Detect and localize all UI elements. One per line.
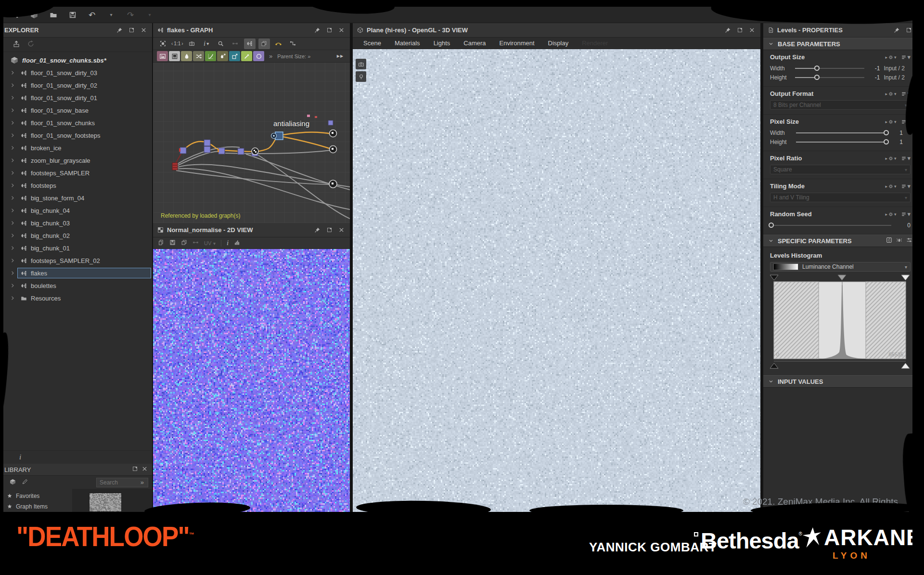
pixel-width-slider[interactable] bbox=[796, 129, 886, 137]
chevron-right-icon[interactable] bbox=[10, 208, 15, 213]
function-icon[interactable]: ▸▾ bbox=[885, 156, 896, 161]
tree-item[interactable]: floor_01_snow_base bbox=[0, 104, 152, 117]
search-button[interactable] bbox=[215, 39, 227, 49]
search-options-icon[interactable]: » bbox=[139, 479, 146, 486]
viewport-3d[interactable] bbox=[353, 49, 760, 512]
options-menu-icon[interactable]: ▾ bbox=[901, 210, 911, 218]
chevron-right-icon[interactable] bbox=[10, 258, 15, 263]
menu-item[interactable]: Materials bbox=[388, 39, 427, 47]
channel-dropdown[interactable]: Luminance Channel ▾ bbox=[770, 262, 911, 272]
info-button[interactable]: i bbox=[227, 239, 229, 247]
section-specific-parameters[interactable]: SPECIFIC PARAMETERS bbox=[763, 235, 917, 247]
pixel-height-slider[interactable] bbox=[796, 138, 886, 146]
save-image-button[interactable] bbox=[169, 239, 176, 247]
node-type-button[interactable] bbox=[193, 51, 204, 61]
chevron-right-icon[interactable] bbox=[10, 295, 15, 301]
menu-item[interactable]: Display bbox=[541, 39, 576, 47]
close-icon[interactable] bbox=[141, 466, 148, 473]
redo-history-chevron[interactable]: ▾ bbox=[143, 9, 156, 21]
tree-item[interactable]: floor_01_snow_dirty_03 bbox=[0, 66, 152, 79]
refresh-icon[interactable] bbox=[27, 40, 35, 49]
node-type-button[interactable] bbox=[205, 51, 216, 61]
histogram-fit-icon[interactable] bbox=[896, 237, 902, 245]
width-suffix[interactable]: Input / 2 bbox=[884, 65, 911, 72]
play-double-icon[interactable]: ▶▶ bbox=[334, 51, 346, 62]
selected-node-label[interactable]: antialiasing bbox=[273, 119, 309, 128]
library-thumbnail[interactable] bbox=[89, 493, 122, 512]
chevron-right-icon[interactable] bbox=[10, 132, 15, 138]
tree-item[interactable]: boulettes bbox=[0, 279, 152, 292]
chevron-right-icon[interactable] bbox=[10, 183, 15, 188]
chevron-right-icon[interactable] bbox=[10, 120, 15, 126]
levels-histogram-widget[interactable]: 0 65535 bbox=[770, 274, 911, 371]
close-icon[interactable] bbox=[139, 26, 148, 35]
chevron-right-icon[interactable] bbox=[10, 220, 15, 226]
fit-view-button[interactable] bbox=[157, 39, 168, 49]
camera-icon[interactable] bbox=[356, 59, 366, 69]
function-icon[interactable]: ▸▾ bbox=[885, 54, 896, 60]
library-thumbnails[interactable] bbox=[72, 489, 152, 512]
section-base-parameters[interactable]: BASE PARAMETERS bbox=[763, 38, 917, 50]
options-menu-icon[interactable]: ▾ bbox=[901, 155, 911, 162]
undo-history-chevron[interactable]: ▾ bbox=[105, 9, 117, 21]
linked-node-icon[interactable] bbox=[192, 239, 199, 247]
node-type-button[interactable] bbox=[157, 51, 168, 61]
advanced-sliders-icon[interactable] bbox=[906, 237, 912, 245]
export-icon[interactable] bbox=[13, 40, 20, 49]
options-menu-icon[interactable]: ▾ bbox=[901, 183, 911, 190]
chevron-right-icon[interactable] bbox=[10, 195, 15, 201]
function-icon[interactable]: ▸▾ bbox=[885, 211, 896, 217]
reset-parameters-icon[interactable] bbox=[886, 237, 892, 245]
tree-item[interactable]: floor_01_snow_dirty_01 bbox=[0, 91, 152, 104]
layers-mode-button[interactable] bbox=[258, 39, 270, 49]
menu-item[interactable]: Environment bbox=[493, 39, 541, 47]
tree-item[interactable]: footsteps_SAMPLER_02 bbox=[0, 254, 152, 267]
pin-icon[interactable] bbox=[313, 26, 321, 35]
node-graph-canvas[interactable]: antialiasing Referenced by loaded graph(… bbox=[153, 63, 350, 223]
tree-item[interactable]: big_chunk_02 bbox=[0, 229, 152, 242]
edit-pencil-icon[interactable] bbox=[22, 479, 28, 486]
node-type-button[interactable] bbox=[229, 51, 240, 61]
chevron-right-icon[interactable] bbox=[10, 145, 15, 151]
library-search[interactable]: » bbox=[96, 478, 148, 487]
chevron-right-icon[interactable] bbox=[10, 157, 15, 163]
menu-item[interactable]: Renderer bbox=[575, 39, 615, 47]
link-nodes-button[interactable] bbox=[230, 39, 241, 49]
chevron-right-icon[interactable] bbox=[10, 170, 15, 176]
tree-item[interactable]: footsteps bbox=[0, 179, 152, 192]
node-type-button[interactable] bbox=[181, 51, 192, 61]
open-file-button[interactable] bbox=[47, 9, 60, 21]
options-menu-icon[interactable]: ▾ bbox=[901, 90, 911, 97]
chevron-right-icon[interactable] bbox=[10, 70, 15, 76]
wire-style-elbow-button[interactable] bbox=[287, 39, 299, 49]
maximize-icon[interactable] bbox=[127, 26, 136, 35]
undo-button[interactable]: ↶ bbox=[86, 9, 98, 21]
redo-button[interactable]: ↷ bbox=[124, 9, 137, 21]
node-type-button[interactable] bbox=[217, 51, 228, 61]
function-icon[interactable]: ▸▾ bbox=[885, 91, 896, 97]
new-view-button[interactable] bbox=[158, 239, 164, 247]
chevron-right-icon[interactable] bbox=[10, 82, 15, 88]
pin-icon[interactable] bbox=[723, 26, 732, 35]
zoom-1-1-button[interactable]: ‹1:1› bbox=[171, 39, 183, 49]
maximize-icon[interactable] bbox=[325, 26, 334, 35]
node-type-button[interactable] bbox=[169, 51, 180, 61]
tree-item[interactable]: broken_ice bbox=[0, 142, 152, 154]
new-package-button[interactable] bbox=[28, 9, 40, 21]
tree-item[interactable]: floor_01_snow_chunks bbox=[0, 117, 152, 129]
pixel-ratio-dropdown[interactable]: Square▾ bbox=[770, 165, 911, 174]
chevron-right-icon[interactable] bbox=[10, 107, 15, 113]
copy-image-button[interactable] bbox=[181, 239, 187, 247]
library-filter-icon[interactable] bbox=[10, 479, 16, 486]
options-menu-icon[interactable]: ▾ bbox=[901, 118, 911, 125]
chevron-right-icon[interactable] bbox=[10, 245, 15, 251]
function-icon[interactable]: ▸▾ bbox=[885, 119, 896, 125]
pin-icon[interactable] bbox=[313, 226, 321, 235]
normal-map-texture[interactable] bbox=[153, 249, 350, 512]
maximize-icon[interactable] bbox=[735, 26, 744, 35]
texture-2d-view[interactable] bbox=[153, 249, 350, 512]
histogram-button[interactable] bbox=[234, 239, 240, 247]
tree-item[interactable]: big_chunk_03 bbox=[0, 217, 152, 229]
pin-icon[interactable] bbox=[115, 26, 124, 35]
snow-render[interactable] bbox=[353, 49, 760, 512]
